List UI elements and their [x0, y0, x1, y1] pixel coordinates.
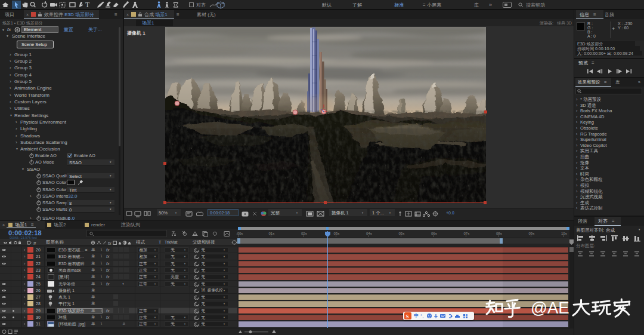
svg-text:°,: °, [420, 314, 423, 319]
svg-text:#: # [33, 241, 36, 245]
svg-text:T: T [85, 1, 90, 9]
svg-text:fx: fx [108, 241, 112, 245]
svg-text:@AE: @AE [531, 299, 569, 317]
svg-text:S: S [406, 314, 409, 319]
